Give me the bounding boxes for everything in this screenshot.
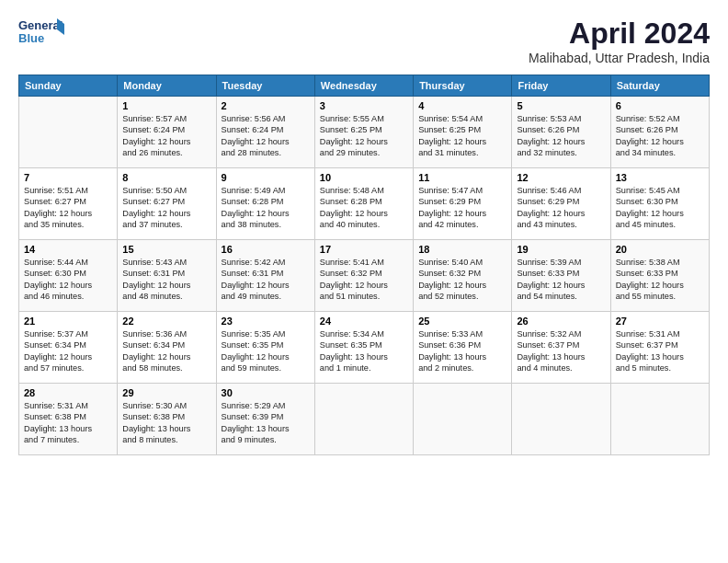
cell-info: Sunrise: 5:56 AM Sunset: 6:24 PM Dayligh… bbox=[222, 113, 310, 159]
calendar-cell: 9Sunrise: 5:49 AM Sunset: 6:28 PM Daylig… bbox=[216, 168, 314, 240]
calendar-cell bbox=[314, 384, 413, 455]
day-number: 9 bbox=[222, 172, 310, 183]
day-number: 13 bbox=[616, 172, 704, 183]
day-number: 12 bbox=[517, 172, 605, 183]
cell-info: Sunrise: 5:31 AM Sunset: 6:37 PM Dayligh… bbox=[616, 328, 704, 374]
day-number: 26 bbox=[517, 316, 605, 327]
calendar-table: SundayMondayTuesdayWednesdayThursdayFrid… bbox=[18, 75, 710, 455]
calendar-cell: 5Sunrise: 5:53 AM Sunset: 6:26 PM Daylig… bbox=[512, 97, 610, 168]
calendar-cell: 10Sunrise: 5:48 AM Sunset: 6:28 PM Dayli… bbox=[314, 168, 413, 240]
title-block: April 2024 Malihabad, Uttar Pradesh, Ind… bbox=[529, 17, 710, 65]
calendar-cell: 7Sunrise: 5:51 AM Sunset: 6:27 PM Daylig… bbox=[19, 168, 118, 240]
weekday-header: Thursday bbox=[414, 75, 512, 97]
calendar-cell: 29Sunrise: 5:30 AM Sunset: 6:38 PM Dayli… bbox=[118, 384, 216, 455]
cell-info: Sunrise: 5:33 AM Sunset: 6:36 PM Dayligh… bbox=[418, 328, 506, 374]
day-number: 6 bbox=[616, 100, 704, 111]
day-number: 8 bbox=[122, 172, 210, 183]
calendar-cell: 21Sunrise: 5:37 AM Sunset: 6:34 PM Dayli… bbox=[19, 312, 118, 384]
cell-info: Sunrise: 5:48 AM Sunset: 6:28 PM Dayligh… bbox=[320, 185, 408, 231]
calendar-cell: 6Sunrise: 5:52 AM Sunset: 6:26 PM Daylig… bbox=[610, 97, 709, 168]
cell-info: Sunrise: 5:39 AM Sunset: 6:33 PM Dayligh… bbox=[517, 257, 605, 303]
calendar-cell: 26Sunrise: 5:32 AM Sunset: 6:37 PM Dayli… bbox=[512, 312, 610, 384]
cell-info: Sunrise: 5:35 AM Sunset: 6:35 PM Dayligh… bbox=[222, 328, 310, 374]
weekday-header: Monday bbox=[118, 75, 216, 97]
calendar-cell: 17Sunrise: 5:41 AM Sunset: 6:32 PM Dayli… bbox=[314, 240, 413, 312]
cell-info: Sunrise: 5:42 AM Sunset: 6:31 PM Dayligh… bbox=[222, 257, 310, 303]
header: General Blue April 2024 Malihabad, Uttar… bbox=[18, 17, 710, 65]
calendar-cell: 30Sunrise: 5:29 AM Sunset: 6:39 PM Dayli… bbox=[216, 384, 314, 455]
day-number: 25 bbox=[418, 316, 506, 327]
day-number: 30 bbox=[222, 387, 310, 398]
calendar-cell: 25Sunrise: 5:33 AM Sunset: 6:36 PM Dayli… bbox=[414, 312, 512, 384]
calendar-cell: 14Sunrise: 5:44 AM Sunset: 6:30 PM Dayli… bbox=[19, 240, 118, 312]
cell-info: Sunrise: 5:50 AM Sunset: 6:27 PM Dayligh… bbox=[122, 185, 210, 231]
cell-info: Sunrise: 5:38 AM Sunset: 6:33 PM Dayligh… bbox=[616, 257, 704, 303]
day-number: 24 bbox=[320, 316, 408, 327]
day-number: 22 bbox=[122, 316, 210, 327]
day-number: 27 bbox=[616, 316, 704, 327]
calendar-cell: 11Sunrise: 5:47 AM Sunset: 6:29 PM Dayli… bbox=[414, 168, 512, 240]
calendar-cell: 16Sunrise: 5:42 AM Sunset: 6:31 PM Dayli… bbox=[216, 240, 314, 312]
cell-info: Sunrise: 5:43 AM Sunset: 6:31 PM Dayligh… bbox=[122, 257, 210, 303]
day-number: 17 bbox=[320, 244, 408, 255]
calendar-week-row: 21Sunrise: 5:37 AM Sunset: 6:34 PM Dayli… bbox=[19, 312, 710, 384]
weekday-header: Wednesday bbox=[314, 75, 413, 97]
svg-text:Blue: Blue bbox=[18, 31, 44, 45]
cell-info: Sunrise: 5:36 AM Sunset: 6:34 PM Dayligh… bbox=[122, 328, 210, 374]
cell-info: Sunrise: 5:45 AM Sunset: 6:30 PM Dayligh… bbox=[616, 185, 704, 231]
cell-info: Sunrise: 5:46 AM Sunset: 6:29 PM Dayligh… bbox=[517, 185, 605, 231]
calendar-cell bbox=[414, 384, 512, 455]
cell-info: Sunrise: 5:55 AM Sunset: 6:25 PM Dayligh… bbox=[320, 113, 408, 159]
main-container: General Blue April 2024 Malihabad, Uttar… bbox=[0, 0, 728, 465]
cell-info: Sunrise: 5:34 AM Sunset: 6:35 PM Dayligh… bbox=[320, 328, 408, 374]
day-number: 28 bbox=[24, 387, 112, 398]
calendar-cell bbox=[610, 384, 709, 455]
day-number: 11 bbox=[418, 172, 506, 183]
calendar-cell: 27Sunrise: 5:31 AM Sunset: 6:37 PM Dayli… bbox=[610, 312, 709, 384]
svg-text:General: General bbox=[18, 18, 63, 32]
day-number: 14 bbox=[24, 244, 112, 255]
weekday-header: Saturday bbox=[610, 75, 709, 97]
calendar-cell: 22Sunrise: 5:36 AM Sunset: 6:34 PM Dayli… bbox=[118, 312, 216, 384]
calendar-cell: 12Sunrise: 5:46 AM Sunset: 6:29 PM Dayli… bbox=[512, 168, 610, 240]
day-number: 16 bbox=[222, 244, 310, 255]
cell-info: Sunrise: 5:32 AM Sunset: 6:37 PM Dayligh… bbox=[517, 328, 605, 374]
calendar-cell: 24Sunrise: 5:34 AM Sunset: 6:35 PM Dayli… bbox=[314, 312, 413, 384]
logo: General Blue bbox=[18, 17, 64, 50]
cell-info: Sunrise: 5:57 AM Sunset: 6:24 PM Dayligh… bbox=[122, 113, 210, 159]
day-number: 19 bbox=[517, 244, 605, 255]
calendar-cell: 18Sunrise: 5:40 AM Sunset: 6:32 PM Dayli… bbox=[414, 240, 512, 312]
weekday-header: Tuesday bbox=[216, 75, 314, 97]
day-number: 2 bbox=[222, 100, 310, 111]
day-number: 3 bbox=[320, 100, 408, 111]
cell-info: Sunrise: 5:31 AM Sunset: 6:38 PM Dayligh… bbox=[24, 400, 112, 446]
calendar-week-row: 14Sunrise: 5:44 AM Sunset: 6:30 PM Dayli… bbox=[19, 240, 710, 312]
cell-info: Sunrise: 5:29 AM Sunset: 6:39 PM Dayligh… bbox=[222, 400, 310, 446]
day-number: 20 bbox=[616, 244, 704, 255]
cell-info: Sunrise: 5:37 AM Sunset: 6:34 PM Dayligh… bbox=[24, 328, 112, 374]
cell-info: Sunrise: 5:41 AM Sunset: 6:32 PM Dayligh… bbox=[320, 257, 408, 303]
cell-info: Sunrise: 5:40 AM Sunset: 6:32 PM Dayligh… bbox=[418, 257, 506, 303]
calendar-cell: 8Sunrise: 5:50 AM Sunset: 6:27 PM Daylig… bbox=[118, 168, 216, 240]
calendar-cell bbox=[19, 97, 118, 168]
day-number: 18 bbox=[418, 244, 506, 255]
day-number: 29 bbox=[122, 387, 210, 398]
day-number: 7 bbox=[24, 172, 112, 183]
calendar-cell: 3Sunrise: 5:55 AM Sunset: 6:25 PM Daylig… bbox=[314, 97, 413, 168]
day-number: 23 bbox=[222, 316, 310, 327]
cell-info: Sunrise: 5:54 AM Sunset: 6:25 PM Dayligh… bbox=[418, 113, 506, 159]
calendar-cell bbox=[512, 384, 610, 455]
day-number: 4 bbox=[418, 100, 506, 111]
calendar-cell: 20Sunrise: 5:38 AM Sunset: 6:33 PM Dayli… bbox=[610, 240, 709, 312]
cell-info: Sunrise: 5:52 AM Sunset: 6:26 PM Dayligh… bbox=[616, 113, 704, 159]
cell-info: Sunrise: 5:30 AM Sunset: 6:38 PM Dayligh… bbox=[122, 400, 210, 446]
cell-info: Sunrise: 5:51 AM Sunset: 6:27 PM Dayligh… bbox=[24, 185, 112, 231]
cell-info: Sunrise: 5:44 AM Sunset: 6:30 PM Dayligh… bbox=[24, 257, 112, 303]
calendar-cell: 23Sunrise: 5:35 AM Sunset: 6:35 PM Dayli… bbox=[216, 312, 314, 384]
calendar-cell: 2Sunrise: 5:56 AM Sunset: 6:24 PM Daylig… bbox=[216, 97, 314, 168]
calendar-cell: 19Sunrise: 5:39 AM Sunset: 6:33 PM Dayli… bbox=[512, 240, 610, 312]
logo-svg: General Blue bbox=[18, 17, 64, 50]
day-number: 15 bbox=[122, 244, 210, 255]
calendar-cell: 1Sunrise: 5:57 AM Sunset: 6:24 PM Daylig… bbox=[118, 97, 216, 168]
calendar-cell: 4Sunrise: 5:54 AM Sunset: 6:25 PM Daylig… bbox=[414, 97, 512, 168]
